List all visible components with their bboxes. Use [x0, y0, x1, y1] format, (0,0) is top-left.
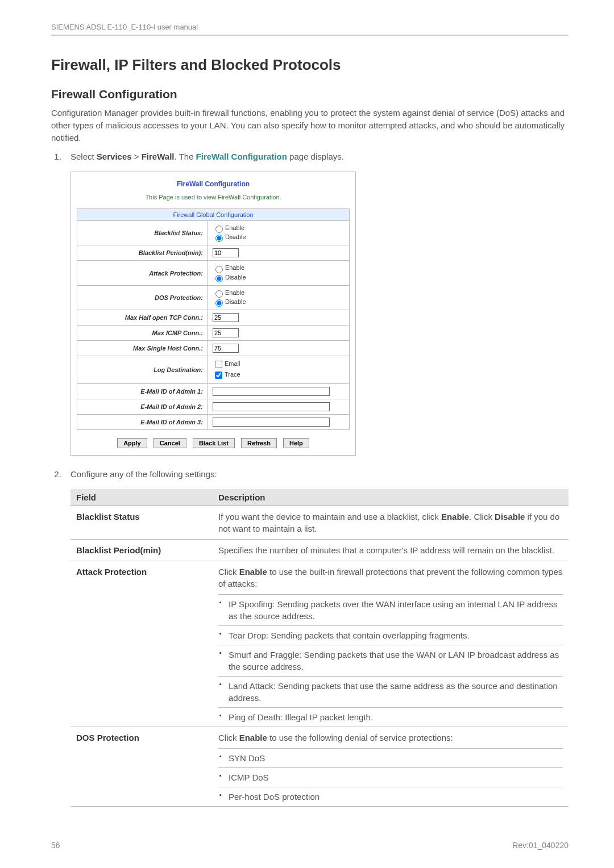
description-table: Field Description Blacklist Status If yo…: [70, 489, 569, 807]
radio-attack-disable[interactable]: Disable: [213, 273, 345, 282]
subsection-heading: Firewall Configuration: [51, 87, 569, 101]
help-button[interactable]: Help: [283, 438, 309, 448]
list-item: Tear Drop: Sending packets that contain …: [218, 626, 563, 645]
radio-blacklist-enable[interactable]: Enable: [213, 224, 345, 233]
row-label-blacklist-status: Blacklist Status: [70, 506, 213, 539]
radio-dos-disable[interactable]: Disable: [213, 298, 345, 307]
refresh-button[interactable]: Refresh: [241, 438, 277, 448]
list-item: Smurf and Fraggle: Sending packets that …: [218, 645, 563, 677]
radio-dos-enable[interactable]: Enable: [213, 289, 345, 298]
config-table: Firewall Global Configuration Blacklist …: [77, 208, 350, 430]
list-item: Land Attack: Sending packets that use th…: [218, 677, 563, 708]
panel-title: FireWall Configuration: [77, 180, 350, 188]
config-banner: Firewall Global Configuration: [77, 209, 350, 221]
input-email-admin-2[interactable]: [213, 402, 330, 411]
panel-subtitle: This Page is used to view FireWall Confi…: [77, 194, 350, 201]
row-label-dos-protection: DOS Protection: [70, 727, 213, 806]
input-email-admin-3[interactable]: [213, 418, 330, 427]
check-log-email[interactable]: Email: [213, 359, 345, 370]
row-label-attack-protection: Attack Protection: [70, 561, 213, 727]
label-dos-protection: DOS Protection:: [77, 285, 208, 310]
page-header: SIEMENS ADSL E-110_E-110-I user manual: [51, 23, 569, 36]
step-1: Select Services > FireWall. The FireWall…: [64, 152, 569, 161]
apply-button[interactable]: Apply: [117, 438, 147, 448]
list-item: SYN DoS: [218, 749, 563, 768]
label-blacklist-status: Blacklist Status:: [77, 221, 208, 245]
check-log-trace[interactable]: Trace: [213, 370, 345, 381]
firewall-config-link: FireWall Configuration: [196, 152, 287, 161]
list-item: ICMP DoS: [218, 768, 563, 787]
list-item: IP Spoofing: Sending packets over the WA…: [218, 595, 563, 626]
firewall-config-panel: FireWall Configuration This Page is used…: [70, 172, 356, 456]
revision: Rev:01_040220: [512, 841, 569, 850]
cancel-button[interactable]: Cancel: [154, 438, 186, 448]
dos-bullets: SYN DoS ICMP DoS Per-host DoS protection: [218, 749, 563, 806]
label-max-icmp: Max ICMP Conn.:: [77, 325, 208, 340]
step-2: Configure any of the following settings:: [64, 469, 569, 479]
row-desc-blacklist-status: If you want the device to maintain and u…: [213, 506, 569, 539]
row-desc-dos-protection: Click Enable to use the following denial…: [213, 727, 569, 806]
attack-bullets: IP Spoofing: Sending packets over the WA…: [218, 595, 563, 727]
row-desc-blacklist-period: Specifies the number of minutes that a c…: [213, 539, 569, 561]
header-title: SIEMENS ADSL E-110_E-110-I user manual: [51, 23, 198, 31]
input-max-single-host[interactable]: [213, 344, 239, 353]
input-blacklist-period[interactable]: [213, 248, 239, 257]
row-desc-attack-protection: Click Enable to use the built-in firewal…: [213, 561, 569, 727]
col-field: Field: [70, 489, 213, 506]
intro-paragraph: Configuration Manager provides built-in …: [51, 107, 569, 144]
page-footer: 56 Rev:01_040220: [51, 841, 569, 850]
input-max-icmp[interactable]: [213, 328, 239, 337]
radio-blacklist-disable[interactable]: Disable: [213, 233, 345, 242]
page-number: 56: [51, 841, 60, 850]
label-blacklist-period: Blacklist Period(min):: [77, 245, 208, 261]
list-item: Per-host DoS protection: [218, 787, 563, 806]
label-max-half-open: Max Half open TCP Conn.:: [77, 310, 208, 325]
section-heading: Firewall, IP Filters and Blocked Protoco…: [51, 56, 569, 74]
label-log-destination: Log Destination:: [77, 356, 208, 383]
input-email-admin-1[interactable]: [213, 387, 330, 396]
input-max-half-open[interactable]: [213, 313, 239, 322]
list-item: Ping of Death: Illegal IP packet length.: [218, 708, 563, 727]
label-email-admin-1: E-Mail ID of Admin 1:: [77, 383, 208, 399]
col-description: Description: [213, 489, 569, 506]
black-list-button[interactable]: Black List: [193, 438, 235, 448]
label-max-single-host: Max Single Host Conn.:: [77, 340, 208, 356]
row-label-blacklist-period: Blacklist Period(min): [70, 539, 213, 561]
label-attack-protection: Attack Protection:: [77, 261, 208, 285]
radio-attack-enable[interactable]: Enable: [213, 264, 345, 273]
label-email-admin-3: E-Mail ID of Admin 3:: [77, 414, 208, 429]
label-email-admin-2: E-Mail ID of Admin 2:: [77, 399, 208, 414]
